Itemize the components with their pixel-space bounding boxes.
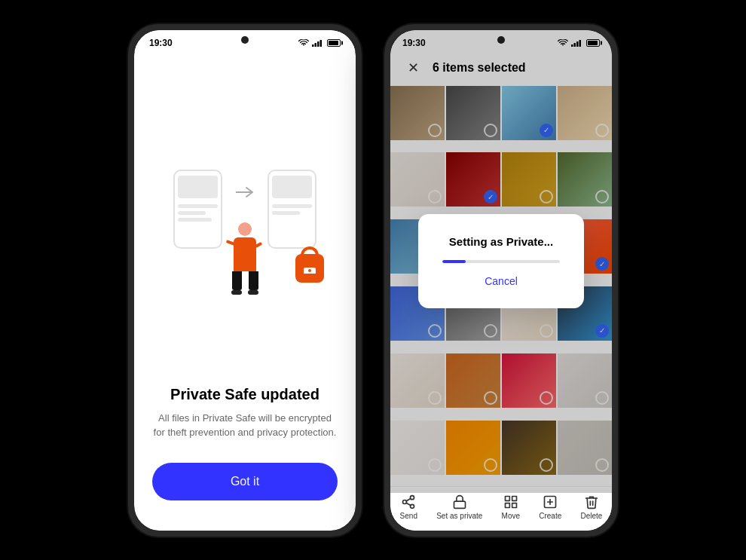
left-phone-screen: 19:30	[134, 30, 356, 531]
toolbar-delete-label: Delete	[580, 512, 602, 520]
illus-image-ph-r	[272, 176, 312, 198]
person-head	[238, 222, 252, 236]
illustration-area	[152, 66, 338, 378]
toolbar-private-label: Set as private	[436, 512, 482, 520]
illus-lock-icon	[295, 254, 324, 283]
status-time-left: 19:30	[149, 38, 173, 48]
left-main-content: Private Safe updated All files in Privat…	[134, 51, 356, 531]
illus-line-1	[178, 204, 218, 208]
person-leg-right	[249, 271, 258, 290]
illus-line-2	[178, 211, 206, 215]
svg-rect-16	[505, 496, 509, 500]
toolbar-move[interactable]: Move	[502, 494, 520, 520]
person-arm-left	[226, 240, 236, 246]
svg-rect-3	[320, 40, 323, 47]
create-icon	[543, 494, 558, 510]
illus-arrow	[234, 185, 256, 200]
person-arm-right	[255, 241, 263, 247]
send-icon	[401, 494, 416, 510]
svg-rect-0	[312, 44, 314, 47]
left-phone: 19:30	[128, 24, 362, 537]
sub-text: All files in Private Safe will be encryp…	[152, 411, 338, 440]
leg-left-wrap	[231, 271, 242, 295]
toolbar-move-label: Move	[502, 512, 520, 520]
signal-icon-left	[312, 39, 323, 47]
camera-notch-left	[241, 36, 249, 44]
illus-image-ph	[178, 176, 218, 198]
status-icons-left	[298, 39, 341, 47]
svg-rect-19	[505, 503, 509, 507]
svg-rect-2	[317, 41, 319, 47]
right-phone-screen: 19:30	[390, 30, 612, 531]
person-body	[234, 237, 256, 271]
got-it-button[interactable]: Got it	[152, 463, 338, 500]
illus-phone-right	[268, 170, 316, 249]
person-legs	[231, 271, 258, 295]
toolbar-set-private[interactable]: Set as private	[436, 494, 482, 520]
illustration	[162, 147, 328, 298]
text-section: Private Safe updated All files in Privat…	[152, 378, 338, 448]
progress-bar-container	[442, 260, 560, 263]
progress-bar-fill	[442, 260, 466, 263]
toolbar-send[interactable]: Send	[400, 494, 417, 520]
move-icon	[503, 494, 518, 510]
illus-person	[222, 222, 268, 298]
svg-rect-17	[512, 496, 516, 500]
toolbar-create[interactable]: Create	[539, 494, 561, 520]
svg-rect-15	[454, 501, 465, 508]
delete-icon	[584, 494, 599, 510]
illus-phone-left	[173, 170, 222, 249]
dialog-box: Setting as Private... Cancel	[418, 214, 584, 308]
toolbar-create-label: Create	[539, 512, 561, 520]
main-title: Private Safe updated	[152, 386, 338, 403]
toolbar-delete[interactable]: Delete	[580, 494, 602, 520]
svg-rect-1	[315, 43, 317, 47]
person-shoe-left	[231, 290, 242, 295]
person-shoe-right	[248, 290, 258, 295]
toolbar-send-label: Send	[400, 512, 417, 520]
wifi-icon-left	[298, 39, 309, 47]
leg-gap	[243, 271, 246, 295]
person-leg-left	[232, 271, 242, 290]
svg-rect-18	[512, 503, 516, 507]
svg-line-13	[406, 503, 411, 505]
dialog-title: Setting as Private...	[449, 235, 553, 248]
cancel-button[interactable]: Cancel	[485, 275, 518, 287]
dialog-overlay: Setting as Private... Cancel	[390, 30, 612, 493]
illus-line-3	[178, 218, 212, 222]
battery-icon-left	[327, 39, 341, 47]
illus-line-r1	[272, 204, 312, 208]
leg-right-wrap	[248, 271, 258, 295]
svg-line-14	[406, 498, 411, 500]
lock-icon	[452, 494, 467, 510]
svg-point-5	[308, 269, 311, 272]
illus-line-r2	[272, 211, 300, 215]
right-phone: 19:30	[384, 24, 618, 537]
